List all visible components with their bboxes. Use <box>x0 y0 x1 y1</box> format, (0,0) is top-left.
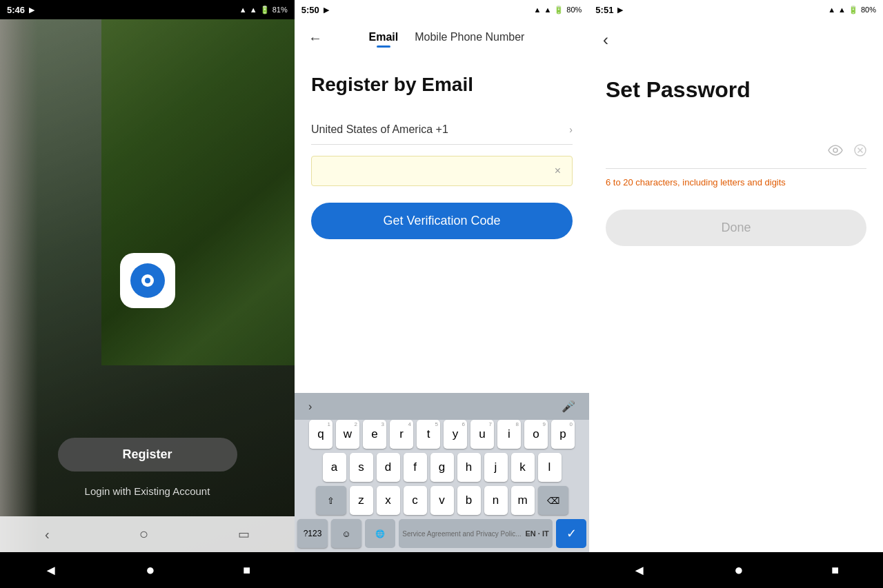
nav-recent-icon[interactable]: ▭ <box>238 527 250 542</box>
key-z[interactable]: z <box>350 486 373 515</box>
key-x[interactable]: x <box>377 486 400 515</box>
password-icons <box>828 144 866 160</box>
password-hint: 6 to 20 characters, including letters an… <box>606 177 866 187</box>
screen3-header: ‹ <box>589 19 883 61</box>
key-w[interactable]: w2 <box>336 420 359 449</box>
key-q[interactable]: q1 <box>309 420 333 449</box>
signal-icon-2: ▲ <box>544 6 551 14</box>
nav-back[interactable]: ◄ <box>44 562 58 578</box>
backspace-key[interactable]: ⌫ <box>538 486 568 515</box>
keyboard-toolbar: › 🎤 <box>295 393 589 420</box>
svg-point-0 <box>833 148 837 152</box>
time-1: 5:46 <box>7 5 25 15</box>
get-verification-code-button[interactable]: Get Verification Code <box>311 203 573 239</box>
password-input[interactable] <box>606 146 820 159</box>
key-g[interactable]: g <box>430 453 454 482</box>
lang-label: EN · IT <box>526 529 549 538</box>
key-y[interactable]: y6 <box>444 420 467 449</box>
keyboard: › 🎤 q1 w2 e3 r4 t5 y6 u7 i8 o9 p0 <box>295 393 589 552</box>
password-input-wrapper <box>606 136 866 169</box>
nav-home-icon[interactable]: ○ <box>139 525 148 543</box>
set-password-title: Set Password <box>606 77 866 103</box>
signal-icon-3: ▲ <box>838 6 846 14</box>
tab-phone[interactable]: Mobile Phone Number <box>415 31 524 46</box>
key-b[interactable]: b <box>457 486 481 515</box>
nav-circle[interactable]: ● <box>146 561 155 579</box>
wifi-icon-2: ▲ <box>534 6 542 14</box>
email-input-wrapper: × <box>311 156 573 186</box>
system-nav-bar: ◄ ● ■ ◄ ● ■ <box>0 552 883 588</box>
tab-email[interactable]: Email <box>369 31 399 46</box>
nav-square[interactable]: ■ <box>243 563 250 578</box>
shift-key[interactable]: ⇧ <box>316 486 346 515</box>
time-2: 5:50 <box>301 5 319 15</box>
screen3-content: Set Password <box>589 61 883 263</box>
globe-key[interactable]: 🌐 <box>365 519 395 548</box>
register-button[interactable]: Register <box>58 438 237 472</box>
battery-icon-3: 🔋 <box>849 6 858 14</box>
key-t[interactable]: t5 <box>417 420 440 449</box>
nav-back-icon[interactable]: ‹ <box>45 527 50 543</box>
email-input[interactable] <box>323 165 555 177</box>
key-r[interactable]: r4 <box>390 420 413 449</box>
key-j[interactable]: j <box>484 453 508 482</box>
keyboard-row-1: q1 w2 e3 r4 t5 y6 u7 i8 o9 p0 <box>295 420 589 449</box>
battery-pct-1: 81% <box>272 6 288 14</box>
keyboard-done-button[interactable]: ✓ <box>556 519 586 548</box>
signal-icon-1: ▲ <box>250 6 257 14</box>
key-o[interactable]: o9 <box>524 420 548 449</box>
country-text: United States of America +1 <box>311 123 448 136</box>
keyboard-bottom-row: ?123 ☺ 🌐 Service Agreement and Privacy P… <box>295 519 589 552</box>
screen1-actions: Register Login with Existing Account <box>0 438 295 497</box>
bottom-nav-1: ‹ ○ ▭ <box>0 516 295 552</box>
screen3-back-button[interactable]: ‹ <box>600 28 611 52</box>
battery-pct-3: 80% <box>861 6 876 14</box>
page-title: Register by Email <box>311 74 573 96</box>
key-m[interactable]: m <box>511 486 535 515</box>
splash-screen: Register Login with Existing Account ‹ ○… <box>0 19 295 552</box>
key-e[interactable]: e3 <box>363 420 386 449</box>
keyboard-expand-button[interactable]: › <box>303 398 317 416</box>
nav-back-3[interactable]: ◄ <box>633 562 646 578</box>
key-k[interactable]: k <box>511 453 535 482</box>
key-i[interactable]: i8 <box>497 420 521 449</box>
key-n[interactable]: n <box>484 486 508 515</box>
wifi-icon-3: ▲ <box>828 6 835 14</box>
tab-container: Email Mobile Phone Number <box>336 31 578 46</box>
key-h[interactable]: h <box>457 453 481 482</box>
yt-icon-1: ▶ <box>29 6 34 14</box>
key-c[interactable]: c <box>404 486 427 515</box>
numbers-key[interactable]: ?123 <box>297 519 328 548</box>
clear-password-button[interactable] <box>854 144 866 160</box>
keyboard-row-3: ⇧ z x c v b n m ⌫ <box>295 486 589 515</box>
battery-pct-2: 80% <box>566 6 582 14</box>
screen2-header: ← Email Mobile Phone Number <box>295 19 589 57</box>
keyboard-mic-button[interactable]: 🎤 <box>556 397 581 416</box>
space-key[interactable]: Service Agreement and Privacy Polic... E… <box>399 519 553 548</box>
key-d[interactable]: d <box>377 453 400 482</box>
key-l[interactable]: l <box>538 453 562 482</box>
chevron-right-icon: › <box>569 124 573 135</box>
key-p[interactable]: p0 <box>551 420 575 449</box>
clear-email-button[interactable]: × <box>555 165 561 177</box>
key-a[interactable]: a <box>323 453 346 482</box>
nav-square-3[interactable]: ■ <box>831 563 839 578</box>
toggle-password-visibility-button[interactable] <box>828 144 843 160</box>
login-link[interactable]: Login with Existing Account <box>85 485 210 497</box>
battery-icon-1: 🔋 <box>260 6 270 14</box>
nav-circle-3[interactable]: ● <box>734 561 743 579</box>
battery-icon-2: 🔋 <box>554 6 564 14</box>
app-logo <box>120 253 175 308</box>
back-button[interactable]: ← <box>306 28 325 49</box>
done-button[interactable]: Done <box>606 210 866 246</box>
key-u[interactable]: u7 <box>470 420 494 449</box>
key-v[interactable]: v <box>430 486 454 515</box>
yt-icon-2: ▶ <box>324 6 329 14</box>
emoji-key[interactable]: ☺ <box>331 519 361 548</box>
yt-icon-3: ▶ <box>617 6 623 14</box>
country-selector[interactable]: United States of America +1 › <box>311 115 573 145</box>
key-s[interactable]: s <box>350 453 373 482</box>
key-f[interactable]: f <box>404 453 427 482</box>
register-email-screen: ← Email Mobile Phone Number Register by … <box>295 19 589 552</box>
wifi-icon-1: ▲ <box>239 6 247 14</box>
